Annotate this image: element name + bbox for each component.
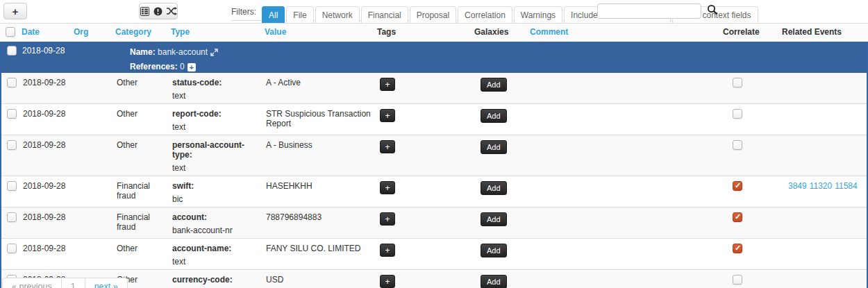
add-tag-button[interactable]: + <box>380 275 395 288</box>
row-select-checkbox[interactable] <box>7 212 17 222</box>
add-galaxy-button[interactable]: Add <box>481 78 507 92</box>
attribute-org <box>74 73 116 103</box>
attribute-type: account-name: <box>172 244 261 253</box>
table-list-icon[interactable] <box>140 7 149 16</box>
attribute-org <box>74 135 116 176</box>
column-header-date[interactable]: Date <box>21 26 73 40</box>
column-header-comment[interactable]: Comment <box>529 26 722 40</box>
attribute-type: account: <box>172 212 261 222</box>
column-header-value[interactable]: Value <box>264 26 376 40</box>
attribute-subtype: bank-account-nr <box>172 226 261 235</box>
related-events-cell <box>783 270 867 288</box>
attribute-category: Other <box>116 135 172 176</box>
object-row-checkbox[interactable] <box>7 46 17 56</box>
column-header-type[interactable]: Type <box>170 26 264 40</box>
row-select-checkbox[interactable] <box>7 140 17 150</box>
row-select-checkbox[interactable] <box>7 78 17 87</box>
attribute-subtype: text <box>172 122 261 132</box>
shuffle-icon[interactable] <box>167 7 177 15</box>
related-events-cell <box>783 104 867 135</box>
pagination-current-page[interactable]: 1 <box>61 278 85 288</box>
add-galaxy-button[interactable]: Add <box>481 140 507 154</box>
column-header-org[interactable]: Org <box>73 26 115 40</box>
add-tag-button[interactable]: + <box>380 244 395 257</box>
attribute-category: Other <box>116 239 172 269</box>
attribute-category: Financial fraud <box>116 207 172 238</box>
attribute-org <box>74 207 116 238</box>
add-galaxy-button[interactable]: Add <box>481 244 507 257</box>
pagination-next[interactable]: next » <box>85 278 128 288</box>
add-galaxy-button[interactable]: Add <box>481 212 507 226</box>
attribute-type: status-code: <box>172 78 261 87</box>
search-button[interactable] <box>704 3 721 19</box>
attribute-comment <box>531 270 724 288</box>
add-galaxy-button[interactable]: Add <box>481 181 507 195</box>
related-events-cell: 38491132011584 <box>783 176 867 207</box>
filter-tab-all[interactable]: All <box>262 6 285 23</box>
row-select-checkbox[interactable] <box>7 181 17 191</box>
search-input[interactable] <box>597 3 701 19</box>
column-header-related-events: Related Events <box>781 26 868 40</box>
attribute-date: 2018-09-28 <box>22 135 74 176</box>
add-tag-button[interactable]: + <box>380 140 395 153</box>
attribute-category: Other <box>116 104 172 135</box>
attribute-value: A - Business <box>265 135 378 176</box>
object-banner-row: 2018-09-28 Name: bank-account References… <box>1 42 867 73</box>
attribute-comment <box>531 176 724 207</box>
attribute-subtype: bic <box>172 194 261 204</box>
add-tag-button[interactable]: + <box>380 78 395 91</box>
add-attribute-button[interactable]: + <box>3 3 27 19</box>
row-select-checkbox[interactable] <box>7 244 17 253</box>
attribute-org <box>74 176 116 207</box>
view-toggle-button-group[interactable] <box>139 3 178 19</box>
attribute-date: 2018-09-28 <box>22 176 74 207</box>
attribute-table-body: 2018-09-28 Name: bank-account References… <box>0 42 868 288</box>
correlate-checkbox[interactable] <box>733 78 742 87</box>
attribute-category: Other <box>116 73 172 103</box>
object-references-label: References: <box>130 62 178 71</box>
plus-square-icon[interactable]: + <box>187 63 196 71</box>
related-events-cell <box>783 207 867 238</box>
filter-tab-warnings[interactable]: Warnings <box>514 6 562 23</box>
add-tag-button[interactable]: + <box>380 181 395 194</box>
attribute-comment <box>531 104 724 135</box>
filter-tab-financial[interactable]: Financial <box>361 6 408 23</box>
filter-tab-correlation[interactable]: Correlation <box>458 6 512 23</box>
pagination-previous[interactable]: « previous <box>2 278 62 288</box>
add-galaxy-button[interactable]: Add <box>481 109 507 123</box>
select-all-checkbox[interactable] <box>6 27 15 37</box>
column-header-tags: Tags <box>376 26 474 40</box>
column-header-category[interactable]: Category <box>115 26 170 40</box>
filter-tab-proposal[interactable]: Proposal <box>410 6 456 23</box>
correlate-checkbox[interactable] <box>733 109 742 119</box>
correlate-checkbox[interactable] <box>733 181 742 191</box>
add-tag-button[interactable]: + <box>380 109 395 122</box>
add-galaxy-button[interactable]: Add <box>481 275 507 288</box>
filter-tab-file[interactable]: File <box>286 6 313 23</box>
expand-icon[interactable] <box>210 47 218 60</box>
related-event-link[interactable]: 11320 <box>810 181 832 191</box>
related-event-link[interactable]: 11584 <box>835 181 857 191</box>
search-area <box>597 3 721 19</box>
attribute-date: 2018-09-28 <box>22 73 74 103</box>
attribute-subtype: text <box>172 257 261 266</box>
correlate-checkbox[interactable] <box>733 275 742 285</box>
attribute-type: swift: <box>172 181 261 191</box>
attribute-comment <box>531 135 724 176</box>
attribute-value: FANY SILU CO. LIMITED <box>265 239 378 269</box>
attribute-value: STR Suspicious Transaction Report <box>265 104 378 135</box>
filter-tab-network[interactable]: Network <box>315 6 360 23</box>
related-events-cell <box>783 239 867 269</box>
correlate-checkbox[interactable] <box>733 140 742 150</box>
exclamation-circle-icon[interactable] <box>153 7 162 16</box>
correlate-checkbox[interactable] <box>733 212 742 222</box>
attribute-toolbar: + Filters: AllFileNetworkFinancialPropos… <box>0 0 868 23</box>
attribute-table-header: Date Org Category Type Value Tags Galaxi… <box>0 23 868 42</box>
attribute-comment <box>531 207 724 238</box>
add-tag-button[interactable]: + <box>380 212 395 226</box>
related-event-link[interactable]: 3849 <box>788 181 807 191</box>
attribute-row: 2018-09-28 Financial fraud swift: bic HA… <box>1 176 867 207</box>
attribute-subtype: text <box>172 91 261 101</box>
row-select-checkbox[interactable] <box>7 109 17 119</box>
correlate-checkbox[interactable] <box>733 244 742 253</box>
